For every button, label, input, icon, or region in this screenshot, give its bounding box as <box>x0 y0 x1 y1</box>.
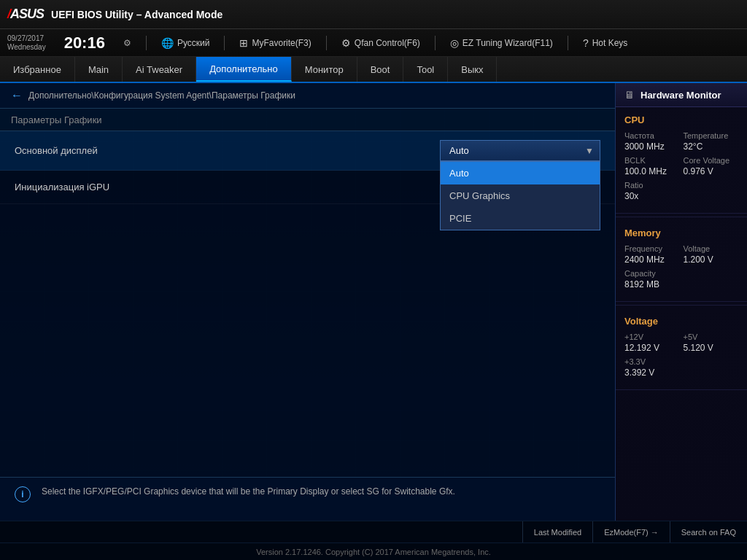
hw-row-volt-2: +3.3V 3.392 V <box>624 357 738 378</box>
qfan-icon: ⚙ <box>341 37 351 49</box>
hw-value-mem-freq: 2400 MHz <box>624 254 680 265</box>
hw-label-core-voltage: Core Voltage <box>684 156 739 165</box>
toolbar-eztuning[interactable]: ◎ EZ Tuning Wizard(F11) <box>450 37 553 49</box>
monitor-icon: 🖥 <box>624 89 635 101</box>
breadcrumb: Дополнительно\Конфигурация System Agent\… <box>28 90 295 101</box>
hw-value-5v: 5.120 V <box>684 343 739 353</box>
hw-label-mem-voltage: Voltage <box>684 244 739 253</box>
dropdown-option-pcie[interactable]: PCIE <box>441 207 600 230</box>
nav-aitweaker[interactable]: Ai Tweaker <box>123 57 196 82</box>
hw-section-voltage: Voltage +12V 12.192 V +5V 5.120 V +3.3V … <box>616 308 747 390</box>
hw-voltage-title: Voltage <box>624 316 738 327</box>
top-bar: /ASUS UEFI BIOS Utility – Advanced Mode <box>0 0 747 29</box>
favorite-icon: ⊞ <box>239 37 248 49</box>
info-text: Select the IGFX/PEG/PCI Graphics device … <box>42 485 455 498</box>
hw-row-cpu-1: Частота 3000 MHz Temperature 32°C <box>624 131 738 152</box>
hw-row-mem-1: Frequency 2400 MHz Voltage 1.200 V <box>624 244 738 265</box>
globe-icon: 🌐 <box>161 37 174 49</box>
bottom-bar: Last Modified EzMode(F7) → Search on FAQ <box>0 521 747 542</box>
hw-value-12v: 12.192 V <box>624 343 680 353</box>
nav-boot[interactable]: Boot <box>357 57 404 82</box>
setting-label-osnovnoy: Основной дисплей <box>15 145 440 156</box>
hw-value-ratio: 30x <box>624 191 738 201</box>
hw-label-capacity: Capacity <box>624 269 738 278</box>
hw-divider-2 <box>616 305 747 306</box>
info-bar: i Select the IGFX/PEG/PCI Graphics devic… <box>0 477 615 521</box>
nav-dopolnitelno[interactable]: Дополнительно <box>196 57 292 82</box>
hotkeys-icon: ? <box>583 37 589 49</box>
hw-panel-title-text: Hardware Monitor <box>640 90 721 101</box>
toolbar-qfan[interactable]: ⚙ Qfan Control(F6) <box>341 37 420 49</box>
hw-label-bclk: BCLK <box>624 156 680 165</box>
gear-icon[interactable]: ⚙ <box>123 38 131 48</box>
divider <box>568 36 568 50</box>
version-text: Version 2.17.1246. Copyright (C) 2017 Am… <box>256 548 491 556</box>
nav-main[interactable]: Main <box>75 57 123 82</box>
main-nav: Избранное Main Ai Tweaker Дополнительно … <box>0 57 747 83</box>
bottom-ezmode[interactable]: EzMode(F7) → <box>592 521 670 542</box>
hw-panel-title: 🖥 Hardware Monitor <box>616 83 747 107</box>
hw-row-cpu-2: BCLK 100.0 MHz Core Voltage 0.976 V <box>624 156 738 176</box>
bottom-search-faq[interactable]: Search on FAQ <box>670 521 747 542</box>
hw-value-temperature: 32°C <box>684 141 739 152</box>
hw-row-volt-1: +12V 12.192 V +5V 5.120 V <box>624 332 738 353</box>
hw-value-frequency: 3000 MHz <box>624 141 680 152</box>
bottom-last-modified[interactable]: Last Modified <box>522 521 592 542</box>
dropdown-option-cpu-graphics[interactable]: CPU Graphics <box>441 184 600 207</box>
hw-value-33v: 3.392 V <box>624 368 738 378</box>
hw-row-mem-2: Capacity 8192 MB <box>624 269 738 289</box>
settings-area: Основной дисплей Auto ▼ Auto <box>0 131 615 477</box>
dropdown-option-auto[interactable]: Auto <box>441 162 600 184</box>
hw-value-core-voltage: 0.976 V <box>684 166 739 176</box>
divider <box>224 36 225 50</box>
hw-label-mem-freq: Frequency <box>624 244 680 253</box>
nav-monitor[interactable]: Монитор <box>292 57 357 82</box>
hw-label-12v: +12V <box>624 332 680 341</box>
section-title-bar: Параметры Графики <box>0 109 615 131</box>
info-icon: i <box>15 486 31 502</box>
hw-divider-1 <box>616 217 747 217</box>
hw-value-mem-voltage: 1.200 V <box>684 254 739 265</box>
hw-cpu-title: CPU <box>624 114 738 125</box>
nav-izbrannoye[interactable]: Избранное <box>0 57 75 82</box>
hw-label-33v: +3.3V <box>624 357 738 366</box>
back-button[interactable]: ← <box>11 89 23 102</box>
second-bar: 09/27/2017 Wednesday 20:16 ⚙ 🌐 Русский ⊞… <box>0 29 747 57</box>
toolbar-hotkeys[interactable]: ? Hot Keys <box>583 37 627 49</box>
hw-panel: 🖥 Hardware Monitor CPU Частота 3000 MHz … <box>615 83 747 521</box>
content-area: ← Дополнительно\Конфигурация System Agen… <box>0 83 747 521</box>
toolbar-language[interactable]: 🌐 Русский <box>161 37 210 49</box>
nav-tool[interactable]: Tool <box>403 57 448 82</box>
divider <box>435 36 436 50</box>
bios-title: UEFI BIOS Utility – Advanced Mode <box>51 9 222 20</box>
hw-row-cpu-3: Ratio 30x <box>624 181 738 201</box>
dropdown-wrapper: Auto ▼ Auto CPU Graphics <box>440 140 600 161</box>
divider <box>326 36 327 50</box>
version-bar: Version 2.17.1246. Copyright (C) 2017 Am… <box>0 542 747 560</box>
asus-logo: /ASUS <box>7 7 44 22</box>
breadcrumb-bar: ← Дополнительно\Конфигурация System Agen… <box>0 83 615 109</box>
hw-label-frequency: Частота <box>624 131 680 140</box>
setting-row-osnovnoy: Основной дисплей Auto ▼ Auto <box>0 131 615 171</box>
hw-value-bclk: 100.0 MHz <box>624 166 680 176</box>
hw-value-capacity: 8192 MB <box>624 279 738 289</box>
hw-label-ratio: Ratio <box>624 181 738 190</box>
ez-icon: ◎ <box>450 37 459 49</box>
dropdown-menu: Auto CPU Graphics PCIE <box>440 161 600 230</box>
nav-vykh[interactable]: Выкх <box>448 57 497 82</box>
datetime: 09/27/2017 Wednesday <box>7 34 46 52</box>
setting-value-osnovnoy: Auto ▼ Auto CPU Graphics <box>440 140 600 161</box>
divider <box>146 36 147 50</box>
dropdown-display[interactable]: Auto ▼ <box>440 140 600 161</box>
section-title: Параметры Графики <box>11 114 102 125</box>
main-panel: ← Дополнительно\Конфигурация System Agen… <box>0 83 615 521</box>
hw-label-temperature: Temperature <box>684 131 739 140</box>
dropdown-arrow-icon: ▼ <box>585 146 594 156</box>
hw-memory-title: Memory <box>624 228 738 238</box>
toolbar-myfavorite[interactable]: ⊞ MyFavorite(F3) <box>239 37 311 49</box>
hw-section-cpu: CPU Частота 3000 MHz Temperature 32°C BC… <box>616 107 747 214</box>
hw-section-memory: Memory Frequency 2400 MHz Voltage 1.200 … <box>616 220 747 302</box>
clock-display: 20:16 <box>64 34 105 52</box>
hw-label-5v: +5V <box>684 332 739 341</box>
